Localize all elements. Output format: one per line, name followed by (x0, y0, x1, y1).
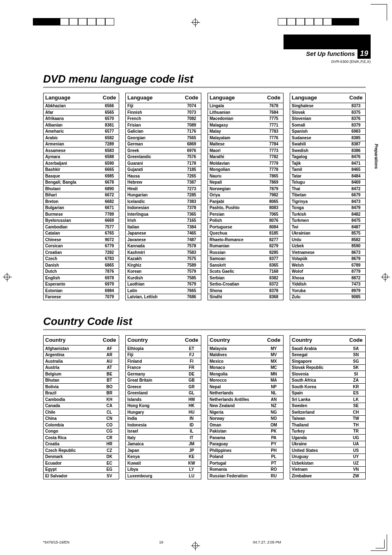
name-cell: Samoan (208, 256, 265, 262)
name-cell: Netherlands (208, 390, 265, 396)
code-cell: 8387 (347, 141, 366, 147)
code-cell: NL (265, 390, 284, 396)
name-cell: Costa Rica (44, 435, 100, 441)
table-row: Korean7579 (126, 268, 201, 275)
table-row: Swahili8387 (290, 141, 366, 147)
code-cell: 7565 (182, 135, 201, 141)
table-row: BoliviaBO (44, 384, 119, 390)
column-header: Country (126, 336, 182, 345)
name-cell: Netherlands Antilles (208, 396, 265, 403)
table-row: Slovenian8376 (290, 115, 366, 122)
name-cell: Philippines (208, 447, 265, 454)
table-row: Polish8076 (208, 217, 284, 224)
name-cell: Guarani (126, 160, 182, 167)
name-cell: Pakistan (208, 428, 265, 435)
column-header: Code (347, 336, 366, 345)
table-row: Netherlands AntillesAN (208, 396, 284, 403)
name-cell: Tigrinya (290, 198, 347, 205)
name-cell: Abkhazian (44, 103, 100, 109)
table-row: TurkeyTR (290, 428, 366, 435)
name-cell: Urdu (290, 237, 347, 243)
table-row: JapanJP (126, 447, 201, 454)
data-table: LanguageCodeLingala7678Lithuanian7684Mac… (208, 93, 284, 300)
name-cell: Poland (208, 454, 265, 460)
table-row: DenmarkDK (44, 454, 119, 460)
name-cell: Shona (208, 288, 265, 294)
table-row: Breton6682 (44, 198, 119, 205)
table-row: Aymara6588 (44, 154, 119, 160)
table-row: Macedonian7775 (208, 115, 284, 122)
code-cell: 8872 (347, 275, 366, 281)
code-cell: CO (100, 422, 119, 428)
name-cell: India (126, 415, 182, 422)
table-row: Rhaeto-Romance8277 (208, 237, 284, 243)
name-cell: Bengali; Bangla (44, 179, 100, 186)
name-cell: Catalan (44, 230, 100, 237)
code-cell: 8479 (347, 205, 366, 211)
code-cell: 8385 (347, 135, 366, 141)
table-row: HungaryHU (126, 409, 201, 416)
table-row: PakistanPK (208, 428, 284, 435)
code-cell: SN (347, 352, 366, 358)
table-row: JamaicaJM (126, 441, 201, 447)
country-section-title: Country Code list (43, 315, 366, 328)
table-row: Yoruba8979 (290, 288, 366, 294)
code-cell: SA (347, 345, 366, 352)
code-cell: 7876 (100, 268, 119, 275)
name-cell: New Zealand (208, 403, 265, 409)
table-row: PhilippinesPH (208, 447, 284, 454)
code-cell: CN (100, 415, 119, 422)
code-cell: FI (182, 358, 201, 365)
code-cell: 8482 (347, 211, 366, 218)
code-cell: 7686 (182, 294, 201, 300)
table-row: SloveniaSI (290, 371, 366, 378)
table-row: Greenlandic7576 (126, 154, 201, 160)
name-cell: Hebrew (126, 179, 182, 186)
name-cell: Greenlandic (126, 154, 182, 160)
code-cell: PL (265, 454, 284, 460)
code-cell: 8277 (265, 237, 284, 243)
code-cell: 6865 (100, 262, 119, 269)
name-cell: Lithuanian (208, 109, 265, 116)
name-cell: Russian Federation (208, 473, 265, 479)
code-cell: 7465 (182, 230, 201, 237)
code-cell: 7869 (265, 179, 284, 186)
table-row: Sindhi8368 (208, 294, 284, 300)
table-row: Albanian8381 (44, 122, 119, 129)
name-cell: Korean (126, 268, 182, 275)
table-row: Vietnamese8673 (290, 249, 366, 256)
footer: *5476/15-19/EN 19 04.7.27, 2:05 PM (0, 540, 392, 544)
table-row: Norwegian7879 (208, 186, 284, 192)
table-row: Frisian7089 (126, 122, 201, 129)
code-cell: PT (265, 460, 284, 467)
code-cell: 6979 (100, 281, 119, 288)
table-row: UzbekistanUZ (290, 460, 366, 467)
name-cell: Twi (290, 224, 347, 230)
table-row: Assamese6583 (44, 147, 119, 154)
code-cell: GL (182, 390, 201, 396)
column-header: Code (100, 93, 119, 103)
code-cell: IN (182, 415, 201, 422)
name-cell: Malayalam (208, 135, 265, 141)
table-row: Cambodian7577 (44, 224, 119, 230)
name-cell: Senegal (290, 352, 347, 358)
name-cell: Serbo-Croatian (208, 281, 265, 288)
code-cell: 6682 (100, 198, 119, 205)
name-cell: Persian (208, 211, 265, 218)
table-row: NorwayNO (208, 415, 284, 422)
name-cell: Nepali (208, 179, 265, 186)
code-cell: 6671 (100, 205, 119, 211)
table-row: PolandPL (208, 454, 284, 460)
code-cell: CL (100, 409, 119, 416)
name-cell: Marathi (208, 154, 265, 160)
code-cell: LY (182, 466, 201, 473)
code-cell: 8375 (347, 109, 366, 116)
code-cell: 8575 (347, 230, 366, 237)
table-row: Guarani7178 (126, 160, 201, 167)
name-cell: Maori (208, 147, 265, 154)
name-cell: Maldives (208, 352, 265, 358)
code-cell: 8582 (347, 237, 366, 243)
name-cell: China (44, 415, 100, 422)
code-cell: 7168 (265, 268, 284, 275)
name-cell: Thailand (290, 422, 347, 428)
